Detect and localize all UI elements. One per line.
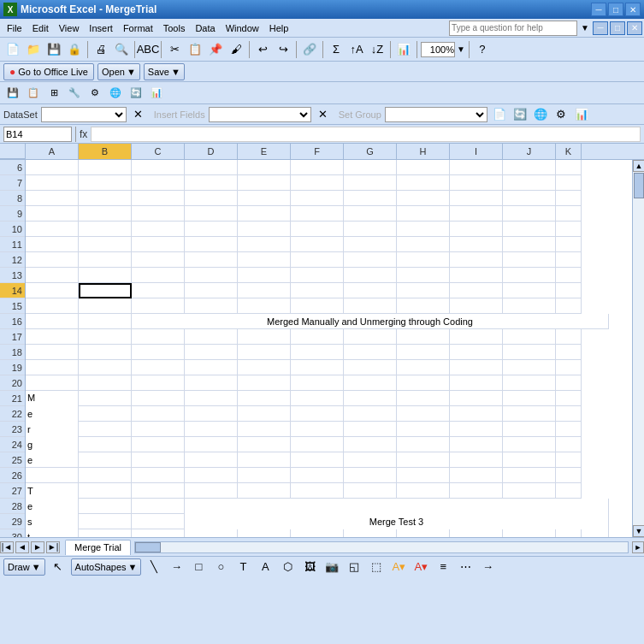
cell-d7[interactable] [185, 175, 238, 191]
menu-insert[interactable]: Insert [84, 21, 118, 35]
maximize-btn[interactable]: □ [608, 3, 623, 16]
spell-btn[interactable]: ABC [139, 40, 157, 59]
undo-btn[interactable]: ↩ [253, 40, 272, 59]
cell-a11[interactable] [26, 237, 79, 252]
h-scroll-right[interactable]: ► [632, 541, 644, 553]
cell-k7[interactable] [556, 175, 582, 191]
cell-h7[interactable] [397, 175, 450, 191]
cell-g13[interactable] [344, 268, 397, 283]
autosum-btn[interactable]: Σ [327, 40, 346, 59]
cell-c12[interactable] [132, 252, 185, 268]
cell-i26[interactable] [450, 468, 503, 483]
sheet-prev-btn[interactable]: ◄ [15, 541, 29, 553]
cell-h25[interactable] [397, 452, 450, 468]
menu-view[interactable]: View [54, 21, 85, 35]
cell-h23[interactable] [397, 422, 450, 437]
cell-d15[interactable] [185, 298, 238, 314]
cell-b20[interactable] [79, 375, 132, 391]
cell-k10[interactable] [556, 222, 582, 237]
cell-b21[interactable] [79, 391, 132, 406]
cell-k6[interactable] [556, 160, 582, 175]
autoshapes-dropdown[interactable]: AutoShapes ▼ [71, 558, 142, 576]
cell-b7[interactable] [79, 175, 132, 191]
cell-f9[interactable] [291, 206, 344, 222]
cell-i25[interactable] [450, 452, 503, 468]
cell-k13[interactable] [556, 268, 582, 283]
redo-btn[interactable]: ↪ [274, 40, 292, 59]
cell-j18[interactable] [503, 345, 556, 360]
cell-d6[interactable] [185, 160, 238, 175]
cell-c24[interactable] [132, 437, 185, 452]
dataset-icon7[interactable]: 📊 [573, 106, 590, 123]
row-29[interactable]: 29 [0, 514, 25, 529]
cell-h13[interactable] [397, 268, 450, 283]
menu-data[interactable]: Data [190, 21, 220, 35]
cell-f27[interactable] [291, 483, 344, 499]
print-btn[interactable]: 🖨 [92, 40, 110, 59]
menu-tools[interactable]: Tools [158, 21, 191, 35]
fillcolor-btn[interactable]: A▾ [389, 558, 408, 576]
row-25[interactable]: 25 [0, 452, 25, 468]
cell-a25[interactable]: e [26, 452, 79, 468]
cell-d9[interactable] [185, 206, 238, 222]
cell-b19[interactable] [79, 360, 132, 375]
cell-k27[interactable] [556, 483, 582, 499]
cell-e7[interactable] [238, 175, 291, 191]
cell-e6[interactable] [238, 160, 291, 175]
cell-e12[interactable] [238, 252, 291, 268]
col-header-f[interactable]: F [291, 144, 344, 159]
col-header-k[interactable]: K [556, 144, 582, 159]
cell-f18[interactable] [291, 345, 344, 360]
cell-j26[interactable] [503, 468, 556, 483]
cell-h14[interactable] [397, 283, 450, 298]
dataset-icon6[interactable]: ⚙ [552, 106, 570, 123]
cell-b23[interactable] [79, 422, 132, 437]
cell-d18[interactable] [185, 345, 238, 360]
cell-i10[interactable] [450, 222, 503, 237]
cell-d25[interactable] [185, 452, 238, 468]
cell-c26[interactable] [132, 468, 185, 483]
open-btn[interactable]: Open ▼ [97, 63, 140, 80]
draw-tool5[interactable]: ⚙ [86, 84, 104, 103]
cell-e24[interactable] [238, 437, 291, 452]
cell-a10[interactable] [26, 222, 79, 237]
cell-a29[interactable]: s [26, 514, 79, 529]
cell-d24[interactable] [185, 437, 238, 452]
col-header-a[interactable]: A [26, 144, 79, 159]
chart-btn[interactable]: 📊 [394, 40, 413, 59]
cell-g26[interactable] [344, 468, 397, 483]
cell-k14[interactable] [556, 283, 582, 298]
ribbon-close-btn[interactable]: ✕ [627, 21, 642, 35]
cell-g6[interactable] [344, 160, 397, 175]
menu-format[interactable]: Format [118, 21, 158, 35]
cell-i18[interactable] [450, 345, 503, 360]
cell-k12[interactable] [556, 252, 582, 268]
draw-tool7[interactable]: 🔄 [127, 84, 145, 103]
cell-c20[interactable] [132, 375, 185, 391]
cell-i24[interactable] [450, 437, 503, 452]
cell-b15[interactable] [79, 298, 132, 314]
menu-help[interactable]: Help [264, 21, 294, 35]
cell-c18[interactable] [132, 345, 185, 360]
cell-c15[interactable] [132, 298, 185, 314]
permission-btn[interactable]: 🔒 [65, 40, 84, 59]
ribbon-restore-btn[interactable]: □ [610, 21, 625, 35]
cell-h26[interactable] [397, 468, 450, 483]
cell-b27[interactable] [79, 483, 132, 499]
minimize-btn[interactable]: ─ [591, 3, 606, 16]
cell-a13[interactable] [26, 268, 79, 283]
cell-a9[interactable] [26, 206, 79, 222]
cell-c7[interactable] [132, 175, 185, 191]
cell-c11[interactable] [132, 237, 185, 252]
zoom-input[interactable] [421, 42, 455, 57]
cell-h18[interactable] [397, 345, 450, 360]
cell-i13[interactable] [450, 268, 503, 283]
cell-h15[interactable] [397, 298, 450, 314]
cell-a20[interactable] [26, 375, 79, 391]
save-btn[interactable]: 💾 [44, 40, 63, 59]
col-header-h[interactable]: H [397, 144, 450, 159]
cell-a19[interactable] [26, 360, 79, 375]
cell-e27[interactable] [238, 483, 291, 499]
cell-b22[interactable] [79, 406, 132, 422]
clipart-btn[interactable]: 🖼 [300, 558, 319, 576]
